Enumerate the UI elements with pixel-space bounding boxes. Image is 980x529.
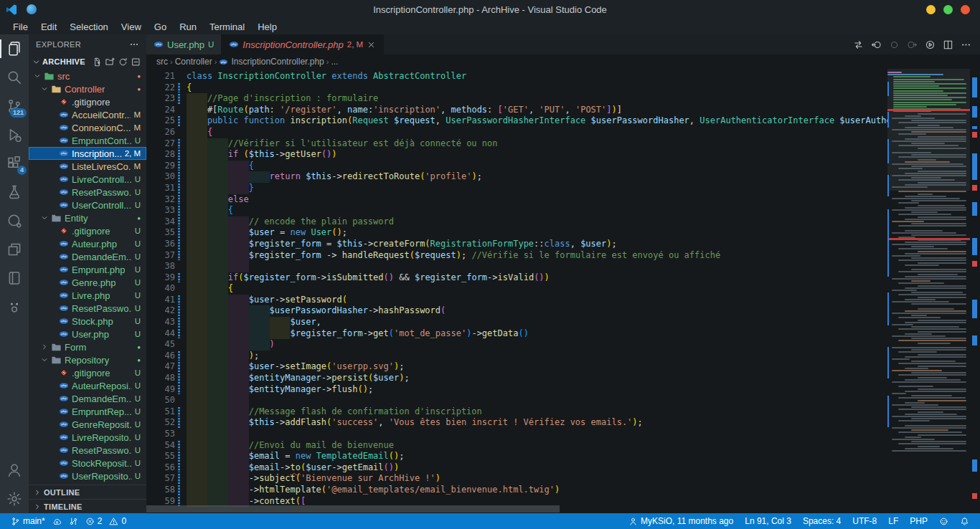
tree-item[interactable]: phpUserReposito...U (29, 470, 146, 482)
compare-action-button[interactable] (853, 39, 864, 50)
tree-item[interactable]: phpInscription...2, M (29, 147, 146, 160)
folder-icon (51, 84, 62, 95)
tree-item[interactable]: phpStock.phpU (29, 315, 146, 328)
tree-item[interactable]: phpAccueilContr...M (29, 108, 146, 121)
collapse-button[interactable] (131, 57, 141, 67)
tree-item[interactable]: phpStockReposit...U (29, 457, 146, 470)
tree-item[interactable]: phpLivre.phpU (29, 289, 146, 302)
tree-item[interactable]: phpUser.phpU (29, 328, 146, 340)
status-blame-author[interactable]: MyKSiO, 11 months ago (625, 513, 737, 529)
run-circle-action-button[interactable] (925, 39, 936, 50)
explorer-more-actions-icon[interactable] (129, 39, 139, 49)
status-extension-status[interactable] (65, 513, 82, 529)
menu-item-file[interactable]: File (7, 20, 34, 34)
menu-item-go[interactable]: Go (149, 20, 172, 34)
tree-item[interactable]: .gitignoreU (29, 366, 146, 379)
tree-item-folder[interactable]: Controller● (29, 82, 146, 95)
status-encoding[interactable]: UTF-8 (849, 513, 880, 529)
code-editor[interactable]: 2122232425262728293031323334353637383940… (146, 69, 980, 513)
status-publish-changes[interactable] (49, 513, 65, 529)
activity-testing[interactable] (0, 178, 29, 206)
activity-accounts[interactable] (0, 456, 29, 485)
php-icon: php (59, 200, 69, 210)
tree-item[interactable]: phpGenreReposit...U (29, 418, 146, 431)
breadcrumb-item[interactable]: phpInscriptionController.php (219, 57, 324, 67)
status-indentation[interactable]: Spaces: 4 (799, 513, 844, 529)
code-content[interactable]: class InscriptionController extends Abst… (187, 71, 887, 513)
tree-item[interactable]: phpUserControll...U (29, 199, 146, 211)
nav-back-action-button[interactable] (871, 39, 882, 50)
breadcrumb-item[interactable]: Controller (175, 57, 212, 67)
tab-InscriptionController.php[interactable]: phpInscriptionController.php2, M (222, 34, 384, 54)
minimize-button[interactable] (926, 5, 936, 14)
maximize-button[interactable] (943, 5, 953, 14)
tree-item[interactable]: phpResetPasswo...U (29, 302, 146, 315)
tree-item[interactable]: phpDemandeEm...U (29, 250, 146, 263)
activity-notebooks[interactable] (0, 264, 29, 292)
tree-item[interactable]: phpGenre.phpU (29, 276, 146, 289)
close-tab-button[interactable] (367, 40, 376, 49)
activity-run-and-debug[interactable] (0, 120, 29, 149)
split-action-button[interactable] (943, 39, 953, 50)
panel-outline[interactable]: OUTLINE (29, 485, 146, 499)
nav-fwd-action-button[interactable] (907, 39, 918, 50)
activity-search[interactable] (0, 63, 29, 92)
activity-assistant[interactable] (0, 292, 29, 321)
tree-item[interactable]: .gitignore (29, 95, 146, 108)
tree-item[interactable]: phpLivreControll...U (29, 173, 146, 186)
status-errors[interactable]: 2 (82, 513, 106, 529)
activity-live-preview[interactable] (0, 206, 29, 235)
tree-item-folder[interactable]: src● (29, 70, 146, 82)
tree-item[interactable]: phpAuteurReposi...U (29, 379, 146, 392)
tree-item-folder[interactable]: Entity● (29, 211, 146, 224)
activity-explorer[interactable] (0, 34, 29, 63)
tree-item[interactable]: phpEmpruntRep...U (29, 405, 146, 418)
status-eol[interactable]: LF (885, 513, 902, 529)
activity-source-control[interactable]: 121 (0, 92, 29, 120)
file-label: GenreReposit... (72, 419, 132, 430)
tree-item[interactable]: .gitignoreU (29, 224, 146, 237)
tree-item[interactable]: phpResetPasswo...U (29, 444, 146, 457)
gutter-line: 30 (146, 171, 187, 183)
activity-remote-explorer[interactable] (0, 235, 29, 264)
new-folder-button[interactable] (105, 57, 115, 67)
workspace-section-header[interactable]: ARCHHIVE (29, 54, 146, 70)
tree-item[interactable]: phpLivreReposito...U (29, 431, 146, 444)
status-notifications[interactable] (956, 513, 973, 529)
breadcrumb-item[interactable]: ... (331, 57, 338, 67)
minimap[interactable] (887, 69, 970, 513)
panel-timeline[interactable]: TIMELINE (29, 499, 146, 513)
activity-extensions[interactable]: 4 (0, 149, 29, 178)
tree-item-folder[interactable]: Form● (29, 340, 146, 353)
activity-settings[interactable] (0, 485, 29, 513)
menu-item-selection[interactable]: Selection (64, 20, 113, 34)
tree-item[interactable]: phpConnexionC...M (29, 121, 146, 134)
horizontal-scrollbar[interactable] (146, 505, 560, 513)
status-feedback[interactable] (936, 513, 952, 529)
menu-item-run[interactable]: Run (174, 20, 202, 34)
status-git-branch[interactable]: main* (7, 513, 49, 529)
new-file-button[interactable] (93, 57, 102, 67)
breadcrumb-item[interactable]: src (156, 57, 168, 67)
ellipsis-action-button[interactable] (961, 39, 971, 50)
tab-User.php[interactable]: phpUser.phpU (146, 34, 222, 54)
refresh-button[interactable] (118, 57, 128, 67)
indent-guide (207, 395, 228, 406)
tree-item[interactable]: phpListeLivresCo...M (29, 160, 146, 173)
tree-item[interactable]: phpAuteur.phpU (29, 237, 146, 250)
menu-item-view[interactable]: View (116, 20, 147, 34)
tree-item-folder[interactable]: Repository● (29, 353, 146, 366)
close-button[interactable] (961, 5, 970, 14)
tree-item[interactable]: phpEmpruntCont...U (29, 134, 146, 147)
tree-item[interactable]: phpEmprunt.phpU (29, 263, 146, 276)
menu-item-terminal[interactable]: Terminal (204, 20, 250, 34)
status-warnings[interactable]: 0 (105, 513, 130, 529)
status-language-mode[interactable]: PHP (906, 513, 931, 529)
tree-item[interactable]: phpResetPasswo...U (29, 186, 146, 199)
menu-item-edit[interactable]: Edit (35, 20, 62, 34)
circle-action-button[interactable] (889, 39, 900, 50)
status-cursor-position[interactable]: Ln 91, Col 3 (741, 513, 795, 529)
windows-icon (6, 242, 22, 257)
menu-item-help[interactable]: Help (252, 20, 283, 34)
tree-item[interactable]: phpDemandeEm...U (29, 392, 146, 405)
